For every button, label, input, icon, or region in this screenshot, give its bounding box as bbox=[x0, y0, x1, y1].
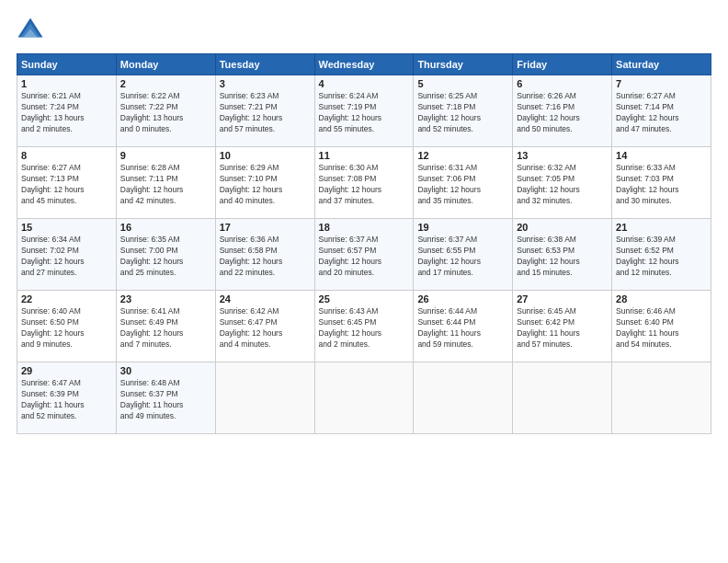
day-info: Sunrise: 6:42 AM Sunset: 6:47 PM Dayligh… bbox=[220, 306, 311, 350]
day-cell-13: 13Sunrise: 6:32 AM Sunset: 7:05 PM Dayli… bbox=[513, 147, 612, 219]
day-cell-5: 5Sunrise: 6:25 AM Sunset: 7:18 PM Daylig… bbox=[414, 75, 513, 147]
day-number: 19 bbox=[417, 222, 508, 233]
day-cell-18: 18Sunrise: 6:37 AM Sunset: 6:57 PM Dayli… bbox=[314, 219, 414, 291]
day-number: 23 bbox=[120, 293, 211, 304]
day-number: 15 bbox=[21, 222, 112, 233]
day-number: 7 bbox=[616, 78, 707, 89]
calendar-week-row: 29Sunrise: 6:47 AM Sunset: 6:39 PM Dayli… bbox=[17, 362, 711, 434]
day-info: Sunrise: 6:28 AM Sunset: 7:11 PM Dayligh… bbox=[120, 163, 211, 207]
day-info: Sunrise: 6:27 AM Sunset: 7:13 PM Dayligh… bbox=[21, 163, 112, 207]
day-cell-30: 30Sunrise: 6:48 AM Sunset: 6:37 PM Dayli… bbox=[116, 362, 215, 434]
weekday-header-row: SundayMondayTuesdayWednesdayThursdayFrid… bbox=[17, 54, 711, 75]
page-header bbox=[17, 17, 711, 44]
day-info: Sunrise: 6:43 AM Sunset: 6:45 PM Dayligh… bbox=[319, 306, 410, 350]
weekday-header-saturday: Saturday bbox=[612, 54, 711, 75]
day-info: Sunrise: 6:23 AM Sunset: 7:21 PM Dayligh… bbox=[220, 91, 311, 135]
day-number: 9 bbox=[120, 150, 211, 161]
day-cell-20: 20Sunrise: 6:38 AM Sunset: 6:53 PM Dayli… bbox=[513, 219, 612, 291]
day-info: Sunrise: 6:35 AM Sunset: 7:00 PM Dayligh… bbox=[120, 235, 211, 279]
calendar-week-row: 8Sunrise: 6:27 AM Sunset: 7:13 PM Daylig… bbox=[17, 147, 711, 219]
day-cell-8: 8Sunrise: 6:27 AM Sunset: 7:13 PM Daylig… bbox=[17, 147, 117, 219]
calendar-week-row: 22Sunrise: 6:40 AM Sunset: 6:50 PM Dayli… bbox=[17, 291, 711, 362]
empty-day-cell bbox=[414, 362, 513, 434]
day-cell-4: 4Sunrise: 6:24 AM Sunset: 7:19 PM Daylig… bbox=[314, 75, 414, 147]
day-number: 16 bbox=[120, 222, 211, 233]
calendar-page: SundayMondayTuesdayWednesdayThursdayFrid… bbox=[0, 0, 728, 563]
day-cell-22: 22Sunrise: 6:40 AM Sunset: 6:50 PM Dayli… bbox=[17, 291, 117, 362]
day-info: Sunrise: 6:30 AM Sunset: 7:08 PM Dayligh… bbox=[319, 163, 410, 207]
day-info: Sunrise: 6:21 AM Sunset: 7:24 PM Dayligh… bbox=[21, 91, 112, 135]
weekday-header-friday: Friday bbox=[513, 54, 612, 75]
day-info: Sunrise: 6:37 AM Sunset: 6:55 PM Dayligh… bbox=[417, 235, 508, 279]
weekday-header-thursday: Thursday bbox=[414, 54, 513, 75]
day-cell-24: 24Sunrise: 6:42 AM Sunset: 6:47 PM Dayli… bbox=[215, 291, 314, 362]
day-info: Sunrise: 6:27 AM Sunset: 7:14 PM Dayligh… bbox=[616, 91, 707, 135]
day-info: Sunrise: 6:46 AM Sunset: 6:40 PM Dayligh… bbox=[616, 306, 707, 350]
day-number: 25 bbox=[319, 293, 410, 304]
day-number: 21 bbox=[616, 222, 707, 233]
empty-day-cell bbox=[314, 362, 414, 434]
day-cell-12: 12Sunrise: 6:31 AM Sunset: 7:06 PM Dayli… bbox=[414, 147, 513, 219]
day-number: 12 bbox=[417, 150, 508, 161]
day-number: 28 bbox=[616, 293, 707, 304]
day-number: 3 bbox=[220, 78, 311, 89]
day-number: 14 bbox=[616, 150, 707, 161]
day-cell-10: 10Sunrise: 6:29 AM Sunset: 7:10 PM Dayli… bbox=[215, 147, 314, 219]
weekday-header-tuesday: Tuesday bbox=[215, 54, 314, 75]
day-number: 2 bbox=[120, 78, 211, 89]
day-number: 5 bbox=[417, 78, 508, 89]
day-cell-25: 25Sunrise: 6:43 AM Sunset: 6:45 PM Dayli… bbox=[314, 291, 414, 362]
day-cell-14: 14Sunrise: 6:33 AM Sunset: 7:03 PM Dayli… bbox=[612, 147, 711, 219]
logo-icon bbox=[17, 17, 44, 44]
day-info: Sunrise: 6:39 AM Sunset: 6:52 PM Dayligh… bbox=[616, 235, 707, 279]
logo bbox=[17, 17, 48, 44]
day-info: Sunrise: 6:25 AM Sunset: 7:18 PM Dayligh… bbox=[417, 91, 508, 135]
weekday-header-wednesday: Wednesday bbox=[314, 54, 414, 75]
empty-day-cell bbox=[215, 362, 314, 434]
day-info: Sunrise: 6:31 AM Sunset: 7:06 PM Dayligh… bbox=[417, 163, 508, 207]
day-cell-3: 3Sunrise: 6:23 AM Sunset: 7:21 PM Daylig… bbox=[215, 75, 314, 147]
day-info: Sunrise: 6:40 AM Sunset: 6:50 PM Dayligh… bbox=[21, 306, 112, 350]
day-number: 8 bbox=[21, 150, 112, 161]
empty-day-cell bbox=[612, 362, 711, 434]
calendar-table: SundayMondayTuesdayWednesdayThursdayFrid… bbox=[17, 53, 711, 434]
day-cell-27: 27Sunrise: 6:45 AM Sunset: 6:42 PM Dayli… bbox=[513, 291, 612, 362]
day-cell-11: 11Sunrise: 6:30 AM Sunset: 7:08 PM Dayli… bbox=[314, 147, 414, 219]
empty-day-cell bbox=[513, 362, 612, 434]
day-info: Sunrise: 6:22 AM Sunset: 7:22 PM Dayligh… bbox=[120, 91, 211, 135]
weekday-header-monday: Monday bbox=[116, 54, 215, 75]
day-info: Sunrise: 6:24 AM Sunset: 7:19 PM Dayligh… bbox=[319, 91, 410, 135]
day-number: 4 bbox=[319, 78, 410, 89]
day-info: Sunrise: 6:37 AM Sunset: 6:57 PM Dayligh… bbox=[319, 235, 410, 279]
day-cell-2: 2Sunrise: 6:22 AM Sunset: 7:22 PM Daylig… bbox=[116, 75, 215, 147]
day-number: 18 bbox=[319, 222, 410, 233]
day-number: 10 bbox=[220, 150, 311, 161]
day-info: Sunrise: 6:45 AM Sunset: 6:42 PM Dayligh… bbox=[517, 306, 608, 350]
calendar-week-row: 1Sunrise: 6:21 AM Sunset: 7:24 PM Daylig… bbox=[17, 75, 711, 147]
day-number: 13 bbox=[517, 150, 608, 161]
day-cell-1: 1Sunrise: 6:21 AM Sunset: 7:24 PM Daylig… bbox=[17, 75, 117, 147]
day-cell-23: 23Sunrise: 6:41 AM Sunset: 6:49 PM Dayli… bbox=[116, 291, 215, 362]
day-cell-15: 15Sunrise: 6:34 AM Sunset: 7:02 PM Dayli… bbox=[17, 219, 117, 291]
day-number: 27 bbox=[517, 293, 608, 304]
day-number: 30 bbox=[120, 365, 211, 376]
calendar-week-row: 15Sunrise: 6:34 AM Sunset: 7:02 PM Dayli… bbox=[17, 219, 711, 291]
day-number: 1 bbox=[21, 78, 112, 89]
day-info: Sunrise: 6:41 AM Sunset: 6:49 PM Dayligh… bbox=[120, 306, 211, 350]
day-info: Sunrise: 6:44 AM Sunset: 6:44 PM Dayligh… bbox=[417, 306, 508, 350]
day-cell-26: 26Sunrise: 6:44 AM Sunset: 6:44 PM Dayli… bbox=[414, 291, 513, 362]
weekday-header-sunday: Sunday bbox=[17, 54, 117, 75]
day-cell-29: 29Sunrise: 6:47 AM Sunset: 6:39 PM Dayli… bbox=[17, 362, 117, 434]
day-info: Sunrise: 6:32 AM Sunset: 7:05 PM Dayligh… bbox=[517, 163, 608, 207]
day-number: 20 bbox=[517, 222, 608, 233]
day-info: Sunrise: 6:38 AM Sunset: 6:53 PM Dayligh… bbox=[517, 235, 608, 279]
day-number: 29 bbox=[21, 365, 112, 376]
day-number: 6 bbox=[517, 78, 608, 89]
day-number: 22 bbox=[21, 293, 112, 304]
day-info: Sunrise: 6:26 AM Sunset: 7:16 PM Dayligh… bbox=[517, 91, 608, 135]
day-number: 11 bbox=[319, 150, 410, 161]
day-info: Sunrise: 6:29 AM Sunset: 7:10 PM Dayligh… bbox=[220, 163, 311, 207]
day-info: Sunrise: 6:33 AM Sunset: 7:03 PM Dayligh… bbox=[616, 163, 707, 207]
day-cell-6: 6Sunrise: 6:26 AM Sunset: 7:16 PM Daylig… bbox=[513, 75, 612, 147]
day-info: Sunrise: 6:47 AM Sunset: 6:39 PM Dayligh… bbox=[21, 378, 112, 422]
